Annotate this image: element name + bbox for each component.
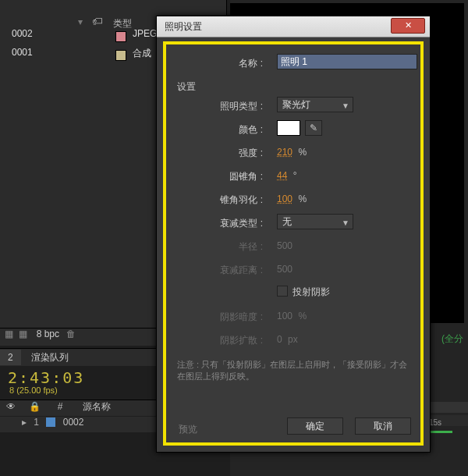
row-falloff-distance: 衰减距离 : 500 [174, 261, 413, 281]
shadow-darkness-unit: % [298, 311, 307, 321]
highlight-frame: 名称 : 设置 照明类型 : 聚光灯 ▼ 颜色 : ✎ 强度 : 210 % [163, 41, 424, 446]
intensity-value[interactable]: 210 [277, 147, 292, 158]
light-type-value: 聚光灯 [282, 99, 310, 110]
chevron-down-icon: ▼ [342, 216, 349, 230]
shadow-darkness-value: 100 [277, 311, 292, 321]
close-icon: ✕ [405, 20, 412, 30]
falloff-distance-label: 衰减距离 : [220, 264, 263, 277]
label-icon[interactable]: 🏷 [92, 15, 103, 27]
eye-icon[interactable]: 👁 [6, 401, 16, 412]
color-label: 颜色 : [239, 123, 263, 137]
ok-button[interactable]: 确定 [287, 417, 343, 435]
row-shadow-darkness: 阴影暗度 : 100 % [174, 307, 413, 328]
current-timecode[interactable]: 2:43:03 [8, 368, 84, 387]
fps-display: 8 (25.00 fps) [9, 385, 58, 395]
row-name: 名称 : [174, 54, 413, 74]
name-label: 名称 : [239, 57, 263, 70]
footer-trash-icon[interactable]: 🗑 [66, 329, 77, 339]
layer-type-icon [46, 417, 55, 427]
intensity-value-cell: 210 % [277, 147, 307, 158]
twirl-icon[interactable]: ▾ [78, 16, 83, 27]
row-light-type: 照明类型 : 聚光灯 ▼ [174, 97, 413, 117]
row-color: 颜色 : ✎ [174, 120, 413, 140]
falloff-type-dropdown[interactable]: 无 ▼ [277, 214, 353, 229]
bpc-label[interactable]: 8 bpc [37, 329, 59, 339]
cone-angle-value-cell: 44 ° [277, 170, 297, 181]
dialog-titlebar[interactable]: 照明设置 ✕ [157, 16, 430, 37]
layer-index: 1 [34, 417, 39, 428]
cone-feather-value[interactable]: 100 [277, 194, 292, 204]
light-type-label: 照明类型 : [220, 100, 263, 113]
row-cone-feather: 锥角羽化 : 100 % [174, 190, 413, 211]
cone-feather-unit: % [298, 194, 307, 204]
dialog-buttons: 确定 取消 [166, 417, 420, 439]
name-input[interactable] [277, 54, 417, 69]
layer-twirl-icon[interactable]: ▸ [22, 417, 27, 428]
falloff-type-label: 衰减类型 : [220, 217, 263, 230]
light-settings-dialog: 照明设置 ✕ 名称 : 设置 照明类型 : 聚光灯 ▼ 颜色 : ✎ 强度 : [156, 16, 431, 453]
chevron-down-icon: ▼ [342, 99, 349, 113]
tab-render-queue[interactable]: 渲染队列 [23, 349, 76, 367]
resolution-label[interactable]: (全分 [441, 332, 463, 346]
radius-value: 500 [277, 240, 292, 251]
eyedropper-icon: ✎ [310, 123, 317, 133]
cone-feather-value-cell: 100 % [277, 194, 307, 204]
project-item-type: JPEG [133, 28, 157, 39]
project-item-type: 合成 [133, 47, 151, 60]
shadow-note: 注意 : 只有「投射阴影」在图层上启用时，「接受阴影」才会在图层上得到反映。 [177, 359, 410, 382]
settings-section-label: 设置 [177, 80, 413, 94]
label-swatch[interactable] [115, 50, 126, 61]
cone-feather-label: 锥角羽化 : [220, 194, 263, 207]
light-type-dropdown[interactable]: 聚光灯 ▼ [277, 97, 353, 112]
row-casts-shadows: 投射阴影 [174, 284, 413, 304]
shadow-darkness-value-cell: 100 % [277, 311, 307, 321]
casts-shadows-label: 投射阴影 [292, 286, 330, 299]
shadow-diffusion-unit: px [288, 334, 298, 345]
row-shadow-diffusion: 阴影扩散 : 0 px [174, 331, 413, 351]
row-radius: 半径 : 500 [174, 237, 413, 258]
project-item-name: 0001 [12, 47, 33, 58]
close-button[interactable]: ✕ [391, 18, 425, 34]
intensity-unit: % [298, 147, 307, 158]
layer-name: 0002 [63, 417, 84, 428]
lock-icon[interactable]: 🔒 [29, 401, 41, 412]
row-cone-angle: 圆锥角 : 44 ° [174, 167, 413, 187]
ruler-tick: 15s [429, 418, 441, 427]
casts-shadows-checkbox[interactable] [277, 286, 288, 297]
color-swatch[interactable] [277, 120, 300, 136]
cone-angle-label: 圆锥角 : [229, 170, 263, 183]
label-swatch[interactable] [115, 31, 126, 42]
falloff-type-value: 无 [282, 216, 292, 227]
falloff-distance-value: 500 [277, 264, 292, 275]
eyedropper-button[interactable]: ✎ [305, 120, 322, 136]
shadow-diffusion-value-cell: 0 px [277, 334, 298, 345]
row-falloff-type: 衰减类型 : 无 ▼ [174, 214, 413, 234]
shadow-diffusion-label: 阴影扩散 : [220, 334, 263, 347]
intensity-label: 强度 : [239, 147, 263, 160]
shadow-diffusion-value: 0 [277, 334, 282, 345]
col-source: 源名称 [83, 400, 111, 414]
cone-angle-value[interactable]: 44 [277, 170, 287, 181]
row-intensity: 强度 : 210 % [174, 144, 413, 164]
footer-icons[interactable]: ▦ ▦ [5, 329, 29, 339]
tab-comp[interactable]: 2 [0, 350, 21, 365]
radius-label: 半径 : [239, 240, 263, 254]
cancel-button[interactable]: 取消 [355, 417, 411, 435]
project-item-name: 0002 [12, 28, 33, 39]
dialog-title: 照明设置 [165, 20, 202, 34]
shadow-darkness-label: 阴影暗度 : [220, 311, 263, 324]
cone-angle-unit: ° [293, 170, 297, 181]
col-num: # [58, 401, 63, 412]
